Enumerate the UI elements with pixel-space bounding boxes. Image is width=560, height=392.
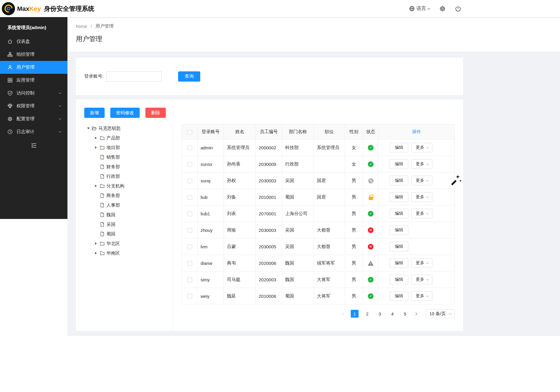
edit-button[interactable]: 编辑 [390,209,408,218]
row-actions-cell: 编辑 [379,222,455,238]
edit-button[interactable]: 编辑 [390,143,408,152]
document-icon [100,232,105,236]
prev-page-button[interactable] [340,310,348,318]
row-checkbox[interactable] [187,277,192,282]
tree-node-华南区[interactable]: 华南区 [95,248,170,258]
tree-children: 产品部项目部销售部财务部行政部分支机构商务部人事部魏国吴国蜀国华北区华南区 [95,133,170,258]
row-actions-cell: 编辑更多 [379,189,455,205]
more-button[interactable]: 更多 [411,275,432,284]
sidebar-menu: 系统管理员(admin) 仪表盘组织管理用户管理应用管理访问控制权限管理配置管理… [0,17,67,219]
page-button-2[interactable]: 2 [363,310,371,318]
status-locked-icon [369,197,373,200]
row-checkbox[interactable] [187,228,192,233]
edit-button[interactable]: 编辑 [390,176,408,185]
tree-node-销售部[interactable]: 销售部 [95,152,170,162]
tree-node-华北区[interactable]: 华北区 [95,239,170,248]
tree-node-label: 魏国 [106,212,115,218]
row-checkbox[interactable] [187,162,192,167]
select-all-checkbox[interactable] [187,130,192,135]
tree-node-蜀国[interactable]: 蜀国 [95,229,170,239]
row-department: 吴国 [282,238,314,255]
brand-text: MaxKey 身份安全管理系统 [17,4,94,13]
pagination: 12345 10 条/页 [182,309,455,331]
tree-node-商务部[interactable]: 商务部 [95,191,170,200]
chevron-down-icon [59,117,61,120]
table-row: lvm吕蒙2030005吴国大都督男✕编辑 [182,238,455,255]
more-button[interactable]: 更多 [411,143,432,152]
row-checkbox[interactable] [187,211,192,216]
edit-button[interactable]: 编辑 [390,275,408,284]
brand: MaxKey 身份安全管理系统 [2,2,94,15]
logout-icon[interactable] [455,6,461,12]
tree-node-产品部[interactable]: 产品部 [95,133,170,143]
row-checkbox[interactable] [187,195,192,200]
row-department: 行政部 [282,156,314,172]
sidebar-item-应用管理[interactable]: 应用管理 [0,74,67,87]
row-department: 吴国 [282,172,314,189]
column-header-position: 职位 [314,124,345,139]
page-button-5[interactable]: 5 [401,310,409,318]
edit-button[interactable]: 编辑 [390,192,408,202]
language-selector[interactable]: 语言 [409,5,430,12]
chevron-down-icon [427,7,430,10]
login-account-input[interactable] [106,71,162,82]
add-button[interactable]: 新增 [84,108,105,118]
row-actions-cell: 编辑更多 [379,139,455,156]
breadcrumb-home[interactable]: home [76,24,87,29]
status-active-icon: ✓ [368,161,374,167]
row-checkbox[interactable] [187,244,192,249]
change-password-button[interactable]: 密码修改 [110,108,140,118]
search-button[interactable]: 查询 [178,71,200,82]
row-checkbox[interactable] [187,294,192,299]
sidebar-item-访问控制[interactable]: 访问控制 [0,87,67,100]
tree-node-吴国[interactable]: 吴国 [95,220,170,229]
more-button[interactable]: 更多 [411,176,432,185]
row-position: 大都督 [314,222,345,238]
more-button[interactable]: 更多 [411,258,432,268]
row-position: 国君 [314,172,345,189]
edit-button[interactable]: 编辑 [390,159,408,169]
sidebar-item-组织管理[interactable]: 组织管理 [0,48,67,61]
sidebar-item-label: 日志审计 [16,129,59,135]
row-checkbox[interactable] [187,145,192,150]
row-account: dianw [198,255,224,271]
edit-button[interactable]: 编辑 [390,242,408,251]
settings-icon [7,116,13,121]
row-account: weiy [198,288,224,304]
sidebar-item-配置管理[interactable]: 配置管理 [0,112,67,125]
more-button[interactable]: 更多 [411,192,432,202]
row-checkbox[interactable] [187,178,192,183]
sidebar-item-权限管理[interactable]: 权限管理 [0,100,67,112]
page-size-select[interactable]: 10 条/页 [426,309,455,318]
edit-button[interactable]: 编辑 [390,225,408,235]
page-size-value: 10 条/页 [429,311,446,317]
edit-button[interactable]: 编辑 [390,291,408,301]
more-button-label: 更多 [416,194,424,200]
more-button[interactable]: 更多 [411,291,432,301]
sidebar-item-用户管理[interactable]: 用户管理 [0,61,67,74]
tree-node-财务部[interactable]: 财务部 [95,162,170,172]
more-button[interactable]: 更多 [411,209,432,218]
page-button-3[interactable]: 3 [376,310,384,318]
page-button-1[interactable]: 1 [351,310,359,318]
tree-node-项目部[interactable]: 项目部 [95,143,170,152]
row-department: 魏国 [282,255,314,271]
delete-button[interactable]: 删除 [145,108,166,118]
tree-node-分支机构[interactable]: 分支机构 [95,181,170,191]
tree-node-人事部[interactable]: 人事部 [95,200,170,210]
sidebar-item-日志审计[interactable]: 日志审计 [0,125,67,138]
more-button[interactable]: 更多 [411,159,432,169]
tree-node-魏国[interactable]: 魏国 [95,210,170,220]
sidebar-item-仪表盘[interactable]: 仪表盘 [0,35,67,48]
dashboard-icon [7,39,13,44]
table-row: liub刘备2010001蜀国国君男编辑更多 [182,189,455,205]
sidebar-item-label: 应用管理 [16,77,62,83]
page-button-4[interactable]: 4 [389,310,396,318]
tree-root[interactable]: 马克思钥匙 [87,124,170,133]
edit-button[interactable]: 编辑 [390,258,408,268]
settings-icon[interactable] [439,6,445,12]
menu-fold-icon[interactable] [31,142,37,148]
row-checkbox[interactable] [187,261,192,266]
tree-node-行政部[interactable]: 行政部 [95,172,170,181]
next-page-button[interactable] [412,310,420,318]
